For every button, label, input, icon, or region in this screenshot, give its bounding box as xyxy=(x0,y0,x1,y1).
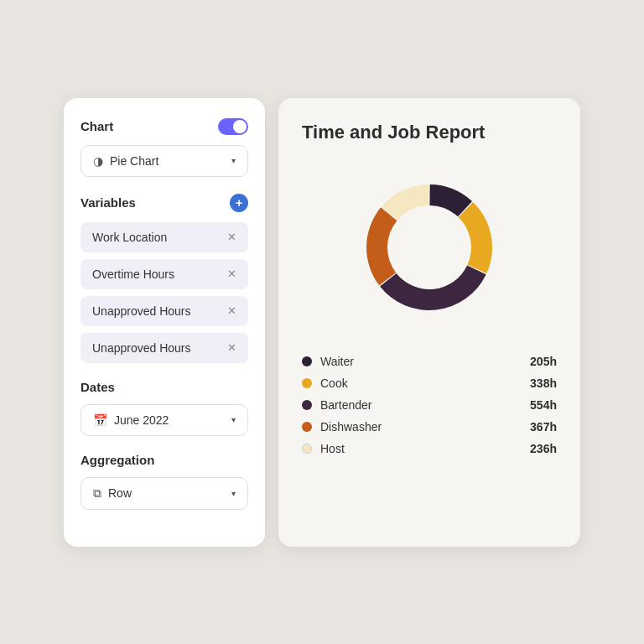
chart-type-arrow-icon: ▾ xyxy=(231,156,236,165)
aggregation-arrow-icon: ▾ xyxy=(231,489,236,498)
legend-dot xyxy=(302,400,312,410)
chart-title: Chart xyxy=(80,119,113,133)
legend-dot xyxy=(302,356,312,366)
dates-title: Dates xyxy=(80,380,115,394)
legend-item-left: Dishwasher xyxy=(302,420,382,434)
variable-tag[interactable]: Overtime Hours ✕ xyxy=(80,259,248,289)
variable-tag-label: Overtime Hours xyxy=(92,267,174,281)
legend-item: Host 236h xyxy=(302,442,557,455)
legend-name: Cook xyxy=(320,377,348,390)
donut-segment xyxy=(459,201,492,273)
variables-section: Variables + Work Location ✕ Overtime Hou… xyxy=(80,194,248,363)
variables-section-header: Variables + xyxy=(80,194,248,212)
legend-item: Cook 338h xyxy=(302,377,557,390)
app-container: Chart ◑ Pie Chart ▾ Variables + Work Loc… xyxy=(39,65,605,580)
aggregation-dropdown[interactable]: ⧉ Row ▾ xyxy=(80,477,248,510)
legend-item: Bartender 554h xyxy=(302,398,557,412)
legend-item-left: Host xyxy=(302,442,345,455)
add-variable-button[interactable]: + xyxy=(230,194,248,212)
chart-type-dropdown[interactable]: ◑ Pie Chart ▾ xyxy=(80,145,248,177)
aggregation-section: Aggregation ⧉ Row ▾ xyxy=(80,453,248,510)
legend-item: Dishwasher 367h xyxy=(302,420,557,434)
date-arrow-icon: ▾ xyxy=(231,415,236,424)
aggregation-section-header: Aggregation xyxy=(80,453,248,467)
legend-value: 236h xyxy=(530,442,557,455)
donut-segment xyxy=(366,207,397,285)
legend-dot xyxy=(302,422,312,432)
legend: Waiter 205h Cook 338h Bartender 554h Dis… xyxy=(302,355,557,455)
donut-segment xyxy=(380,265,486,309)
donut-chart-container xyxy=(302,164,557,331)
calendar-icon: 📅 xyxy=(93,413,107,427)
legend-item-left: Waiter xyxy=(302,355,354,368)
aggregation-value: Row xyxy=(108,486,225,500)
legend-item: Waiter 205h xyxy=(302,355,557,368)
chart-toggle[interactable] xyxy=(218,118,248,135)
date-dropdown[interactable]: 📅 June 2022 ▾ xyxy=(80,404,248,436)
variable-tag[interactable]: Unapproved Hours ✕ xyxy=(80,296,248,326)
report-title: Time and Job Report xyxy=(302,122,557,143)
remove-variable-button[interactable]: ✕ xyxy=(227,267,236,280)
legend-value: 205h xyxy=(530,355,557,368)
variable-tag[interactable]: Unapproved Hours ✕ xyxy=(80,333,248,363)
dates-section-header: Dates xyxy=(80,380,248,394)
legend-dot xyxy=(302,444,312,454)
variables-title: Variables xyxy=(80,195,136,210)
dates-section: Dates 📅 June 2022 ▾ xyxy=(80,380,248,436)
variable-tag[interactable]: Work Location ✕ xyxy=(80,222,248,252)
remove-variable-button[interactable]: ✕ xyxy=(227,231,236,243)
legend-dot xyxy=(302,378,312,388)
legend-name: Bartender xyxy=(320,398,371,412)
legend-value: 554h xyxy=(530,398,557,412)
right-panel: Time and Job Report Waiter 205h Cook 338… xyxy=(278,98,580,547)
variables-list: Work Location ✕ Overtime Hours ✕ Unappro… xyxy=(80,222,248,363)
legend-name: Waiter xyxy=(320,355,354,368)
remove-variable-button[interactable]: ✕ xyxy=(227,341,236,354)
aggregation-title: Aggregation xyxy=(80,453,154,467)
legend-value: 367h xyxy=(530,420,557,434)
legend-item-left: Cook xyxy=(302,377,348,390)
pie-chart-icon: ◑ xyxy=(93,154,103,168)
legend-name: Host xyxy=(320,442,345,455)
variable-tag-label: Unapproved Hours xyxy=(92,304,191,318)
legend-name: Dishwasher xyxy=(320,420,382,434)
remove-variable-button[interactable]: ✕ xyxy=(227,304,236,317)
left-panel: Chart ◑ Pie Chart ▾ Variables + Work Loc… xyxy=(64,98,265,547)
aggregation-icon: ⧉ xyxy=(93,486,101,501)
legend-item-left: Bartender xyxy=(302,398,371,412)
legend-value: 338h xyxy=(530,377,557,390)
donut-chart xyxy=(345,164,513,331)
chart-type-label: Pie Chart xyxy=(110,154,225,168)
variable-tag-label: Work Location xyxy=(92,231,167,244)
chart-section-header: Chart xyxy=(80,118,248,135)
variable-tag-label: Unapproved Hours xyxy=(92,341,191,355)
date-value: June 2022 xyxy=(114,413,225,427)
